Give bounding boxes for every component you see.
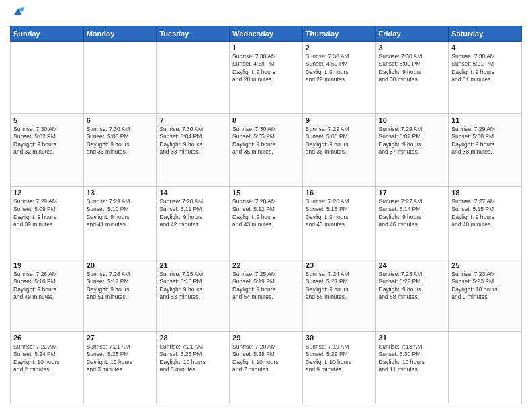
calendar-cell: 15Sunrise: 7:28 AM Sunset: 5:12 PM Dayli… — [230, 187, 303, 259]
calendar-cell: 31Sunrise: 7:18 AM Sunset: 5:30 PM Dayli… — [375, 332, 449, 404]
day-number: 19 — [13, 261, 81, 269]
header — [10, 7, 522, 20]
day-number: 14 — [159, 189, 226, 197]
day-number: 5 — [13, 116, 81, 124]
day-info: Sunrise: 7:26 AM Sunset: 5:17 PM Dayligh… — [87, 271, 154, 302]
calendar-cell: 27Sunrise: 7:21 AM Sunset: 5:25 PM Dayli… — [83, 332, 157, 404]
calendar-week-4: 19Sunrise: 7:26 AM Sunset: 5:16 PM Dayli… — [11, 259, 522, 332]
calendar-header-thursday: Thursday — [302, 26, 375, 42]
calendar-cell: 16Sunrise: 7:28 AM Sunset: 5:13 PM Dayli… — [302, 187, 375, 259]
calendar-cell: 10Sunrise: 7:29 AM Sunset: 5:07 PM Dayli… — [375, 114, 449, 187]
calendar-cell: 8Sunrise: 7:30 AM Sunset: 5:05 PM Daylig… — [230, 114, 303, 187]
calendar-cell: 7Sunrise: 7:30 AM Sunset: 5:04 PM Daylig… — [157, 114, 230, 187]
calendar-cell: 4Sunrise: 7:30 AM Sunset: 5:01 PM Daylig… — [449, 42, 522, 114]
day-info: Sunrise: 7:25 AM Sunset: 5:18 PM Dayligh… — [159, 271, 226, 302]
calendar-cell: 29Sunrise: 7:20 AM Sunset: 5:28 PM Dayli… — [230, 332, 303, 404]
calendar-cell: 17Sunrise: 7:27 AM Sunset: 5:14 PM Dayli… — [375, 187, 449, 259]
calendar-cell: 5Sunrise: 7:30 AM Sunset: 5:02 PM Daylig… — [11, 114, 84, 187]
day-info: Sunrise: 7:21 AM Sunset: 5:26 PM Dayligh… — [159, 343, 226, 374]
calendar-cell: 24Sunrise: 7:23 AM Sunset: 5:22 PM Dayli… — [375, 259, 449, 332]
day-info: Sunrise: 7:30 AM Sunset: 4:59 PM Dayligh… — [306, 53, 373, 84]
day-info: Sunrise: 7:19 AM Sunset: 5:29 PM Dayligh… — [306, 343, 373, 374]
calendar-cell: 11Sunrise: 7:29 AM Sunset: 5:08 PM Dayli… — [449, 114, 522, 187]
day-info: Sunrise: 7:29 AM Sunset: 5:06 PM Dayligh… — [306, 126, 373, 156]
day-info: Sunrise: 7:25 AM Sunset: 5:19 PM Dayligh… — [232, 271, 300, 302]
day-info: Sunrise: 7:24 AM Sunset: 5:21 PM Dayligh… — [306, 271, 373, 302]
day-info: Sunrise: 7:26 AM Sunset: 5:16 PM Dayligh… — [13, 271, 81, 302]
calendar-week-3: 12Sunrise: 7:29 AM Sunset: 5:09 PM Dayli… — [11, 187, 522, 259]
calendar-cell — [449, 332, 522, 404]
calendar-cell: 12Sunrise: 7:29 AM Sunset: 5:09 PM Dayli… — [11, 187, 84, 259]
day-number: 17 — [379, 189, 446, 197]
calendar-cell: 1Sunrise: 7:30 AM Sunset: 4:58 PM Daylig… — [230, 42, 303, 114]
calendar-header-saturday: Saturday — [449, 26, 522, 42]
day-number: 7 — [159, 116, 226, 124]
day-number: 15 — [232, 189, 300, 197]
calendar-week-1: 1Sunrise: 7:30 AM Sunset: 4:58 PM Daylig… — [11, 42, 522, 114]
calendar-header-row: SundayMondayTuesdayWednesdayThursdayFrid… — [11, 26, 522, 42]
day-info: Sunrise: 7:28 AM Sunset: 5:13 PM Dayligh… — [306, 198, 373, 229]
calendar-cell — [157, 42, 230, 114]
calendar-cell: 30Sunrise: 7:19 AM Sunset: 5:29 PM Dayli… — [302, 332, 375, 404]
day-number: 28 — [159, 334, 226, 342]
day-number: 25 — [451, 261, 519, 269]
calendar-cell: 22Sunrise: 7:25 AM Sunset: 5:19 PM Dayli… — [230, 259, 303, 332]
day-info: Sunrise: 7:23 AM Sunset: 5:23 PM Dayligh… — [451, 271, 519, 302]
day-number: 9 — [306, 116, 373, 124]
day-number: 6 — [87, 116, 154, 124]
day-number: 29 — [232, 334, 300, 342]
calendar-cell: 23Sunrise: 7:24 AM Sunset: 5:21 PM Dayli… — [302, 259, 375, 332]
logo-bird-icon — [11, 5, 25, 19]
day-number: 10 — [379, 116, 446, 124]
day-number: 18 — [451, 189, 519, 197]
page: SundayMondayTuesdayWednesdayThursdayFrid… — [0, 0, 532, 411]
day-info: Sunrise: 7:27 AM Sunset: 5:14 PM Dayligh… — [379, 198, 446, 229]
day-info: Sunrise: 7:29 AM Sunset: 5:10 PM Dayligh… — [87, 198, 154, 229]
day-number: 27 — [87, 334, 154, 342]
day-info: Sunrise: 7:29 AM Sunset: 5:08 PM Dayligh… — [451, 126, 519, 156]
calendar-header-friday: Friday — [375, 26, 449, 42]
day-info: Sunrise: 7:27 AM Sunset: 5:15 PM Dayligh… — [451, 198, 519, 229]
calendar-table: SundayMondayTuesdayWednesdayThursdayFrid… — [10, 26, 522, 404]
day-info: Sunrise: 7:30 AM Sunset: 5:05 PM Dayligh… — [232, 126, 300, 156]
day-number: 1 — [232, 44, 300, 52]
day-info: Sunrise: 7:18 AM Sunset: 5:30 PM Dayligh… — [379, 343, 446, 374]
logo — [10, 7, 26, 20]
day-number: 3 — [379, 44, 446, 52]
calendar-cell — [83, 42, 157, 114]
calendar-cell — [11, 42, 84, 114]
day-number: 24 — [379, 261, 446, 269]
day-number: 8 — [232, 116, 300, 124]
day-info: Sunrise: 7:30 AM Sunset: 5:01 PM Dayligh… — [451, 53, 519, 84]
calendar-cell: 25Sunrise: 7:23 AM Sunset: 5:23 PM Dayli… — [449, 259, 522, 332]
day-info: Sunrise: 7:22 AM Sunset: 5:24 PM Dayligh… — [13, 343, 81, 374]
calendar-cell: 6Sunrise: 7:30 AM Sunset: 5:03 PM Daylig… — [83, 114, 157, 187]
day-info: Sunrise: 7:21 AM Sunset: 5:25 PM Dayligh… — [87, 343, 154, 374]
day-info: Sunrise: 7:30 AM Sunset: 5:04 PM Dayligh… — [159, 126, 226, 156]
calendar-cell: 19Sunrise: 7:26 AM Sunset: 5:16 PM Dayli… — [11, 259, 84, 332]
day-number: 21 — [159, 261, 226, 269]
calendar-week-5: 26Sunrise: 7:22 AM Sunset: 5:24 PM Dayli… — [11, 332, 522, 404]
day-number: 20 — [87, 261, 154, 269]
calendar-cell: 18Sunrise: 7:27 AM Sunset: 5:15 PM Dayli… — [449, 187, 522, 259]
calendar-header-tuesday: Tuesday — [157, 26, 230, 42]
calendar-cell: 14Sunrise: 7:28 AM Sunset: 5:11 PM Dayli… — [157, 187, 230, 259]
day-number: 22 — [232, 261, 300, 269]
calendar-cell: 28Sunrise: 7:21 AM Sunset: 5:26 PM Dayli… — [157, 332, 230, 404]
calendar-header-sunday: Sunday — [11, 26, 84, 42]
day-number: 31 — [379, 334, 446, 342]
day-info: Sunrise: 7:29 AM Sunset: 5:09 PM Dayligh… — [13, 198, 81, 229]
calendar-header-monday: Monday — [83, 26, 157, 42]
day-info: Sunrise: 7:20 AM Sunset: 5:28 PM Dayligh… — [232, 343, 300, 374]
day-info: Sunrise: 7:23 AM Sunset: 5:22 PM Dayligh… — [379, 271, 446, 302]
day-number: 11 — [451, 116, 519, 124]
day-info: Sunrise: 7:29 AM Sunset: 5:07 PM Dayligh… — [379, 126, 446, 156]
calendar-cell: 21Sunrise: 7:25 AM Sunset: 5:18 PM Dayli… — [157, 259, 230, 332]
day-info: Sunrise: 7:28 AM Sunset: 5:12 PM Dayligh… — [232, 198, 300, 229]
day-info: Sunrise: 7:28 AM Sunset: 5:11 PM Dayligh… — [159, 198, 226, 229]
calendar-cell: 3Sunrise: 7:30 AM Sunset: 5:00 PM Daylig… — [375, 42, 449, 114]
day-number: 30 — [306, 334, 373, 342]
day-number: 26 — [13, 334, 81, 342]
day-number: 16 — [306, 189, 373, 197]
calendar-week-2: 5Sunrise: 7:30 AM Sunset: 5:02 PM Daylig… — [11, 114, 522, 187]
